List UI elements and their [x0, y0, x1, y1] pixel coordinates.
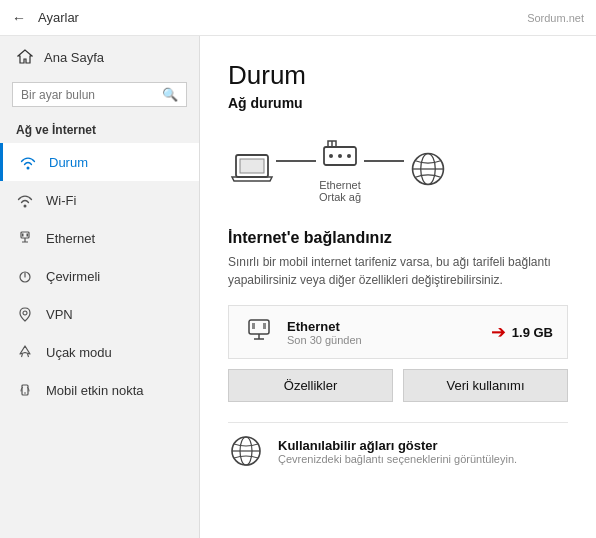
- laptop-device: [228, 149, 276, 189]
- svg-point-14: [329, 154, 333, 158]
- ethernet-arrow: ➔ 1.9 GB: [491, 321, 553, 343]
- connected-desc: Sınırlı bir mobil internet tarifeniz var…: [228, 253, 568, 289]
- sidebar-item-mobil[interactable]: Mobil etkin nokta: [0, 371, 199, 409]
- sidebar-item-vpn[interactable]: VPN: [0, 295, 199, 333]
- svg-rect-21: [252, 323, 255, 329]
- sidebar-item-ethernet[interactable]: Ethernet: [0, 219, 199, 257]
- sidebar-item-durum-label: Durum: [49, 155, 88, 170]
- arrow-icon: ➔: [491, 321, 506, 343]
- back-button[interactable]: ←: [12, 10, 26, 26]
- sidebar-item-vpn-label: VPN: [46, 307, 73, 322]
- main-layout: Ana Sayfa 🔍 Ağ ve İnternet Durum: [0, 36, 596, 538]
- dial-icon: [16, 267, 34, 285]
- action-buttons: Özellikler Veri kullanımı: [228, 369, 568, 402]
- section-title: Ağ durumu: [228, 95, 568, 111]
- show-networks-desc: Çevrenizdeki bağlantı seçeneklerini görü…: [278, 453, 517, 465]
- svg-rect-3: [22, 234, 24, 237]
- network-diagram: EthernetOrtak ağ: [228, 125, 568, 213]
- vpn-icon: [16, 305, 34, 323]
- svg-rect-22: [263, 323, 266, 329]
- show-networks-globe-icon: [228, 433, 264, 469]
- svg-point-15: [338, 154, 342, 158]
- search-input[interactable]: [21, 88, 156, 102]
- home-icon: [16, 48, 34, 66]
- svg-rect-10: [240, 159, 264, 173]
- sidebar-item-cevirmeli[interactable]: Çevirmeli: [0, 257, 199, 295]
- sidebar-item-cevirmeli-label: Çevirmeli: [46, 269, 100, 284]
- ethernet-icon: [16, 229, 34, 247]
- hub-label: EthernetOrtak ağ: [319, 179, 361, 203]
- sidebar-home[interactable]: Ana Sayfa: [0, 36, 199, 78]
- sidebar-item-durum[interactable]: Durum: [0, 143, 199, 181]
- ethernet-card-info: Ethernet Son 30 günden: [287, 319, 479, 346]
- show-networks-row[interactable]: Kullanılabilir ağları göster Çevrenizdek…: [228, 422, 568, 479]
- home-label: Ana Sayfa: [44, 50, 104, 65]
- hub-device: EthernetOrtak ağ: [316, 135, 364, 203]
- globe-device: [404, 149, 452, 189]
- sidebar-item-ethernet-label: Ethernet: [46, 231, 95, 246]
- svg-point-0: [27, 167, 30, 170]
- content-area: Durum Ağ durumu: [200, 36, 596, 538]
- ethernet-data-size: 1.9 GB: [512, 325, 553, 340]
- net-line-2: [364, 160, 404, 162]
- sidebar-section-title: Ağ ve İnternet: [0, 115, 199, 143]
- connected-title: İnternet'e bağlandınız: [228, 229, 568, 247]
- ethernet-card-icon: [243, 316, 275, 348]
- veri-kullanimi-button[interactable]: Veri kullanımı: [403, 369, 568, 402]
- title-bar: ← Ayarlar Sordum.net: [0, 0, 596, 36]
- ethernet-card: Ethernet Son 30 günden ➔ 1.9 GB: [228, 305, 568, 359]
- show-networks-info: Kullanılabilir ağları göster Çevrenizdek…: [278, 438, 517, 465]
- svg-point-16: [347, 154, 351, 158]
- wifi-icon: [16, 191, 34, 209]
- ethernet-card-name: Ethernet: [287, 319, 479, 334]
- sidebar-item-ucak-modu-label: Uçak modu: [46, 345, 112, 360]
- sidebar-item-wifi[interactable]: Wi-Fi: [0, 181, 199, 219]
- sidebar-item-mobil-label: Mobil etkin nokta: [46, 383, 144, 398]
- svg-point-1: [24, 205, 27, 208]
- durum-icon: [19, 153, 37, 171]
- title-bar-title: Ayarlar: [38, 10, 79, 25]
- svg-rect-4: [27, 234, 29, 237]
- ozellikler-button[interactable]: Özellikler: [228, 369, 393, 402]
- ethernet-card-sub: Son 30 günden: [287, 334, 479, 346]
- sidebar-item-ucak-modu[interactable]: Uçak modu: [0, 333, 199, 371]
- show-networks-title: Kullanılabilir ağları göster: [278, 438, 517, 453]
- svg-point-6: [23, 311, 27, 315]
- airplane-icon: [16, 343, 34, 361]
- page-title: Durum: [228, 60, 568, 91]
- watermark: Sordum.net: [527, 12, 584, 24]
- sidebar-item-wifi-label: Wi-Fi: [46, 193, 76, 208]
- svg-point-8: [24, 392, 26, 394]
- net-line-1: [276, 160, 316, 162]
- search-box[interactable]: 🔍: [12, 82, 187, 107]
- search-icon: 🔍: [162, 87, 178, 102]
- sidebar: Ana Sayfa 🔍 Ağ ve İnternet Durum: [0, 36, 200, 538]
- mobile-hotspot-icon: [16, 381, 34, 399]
